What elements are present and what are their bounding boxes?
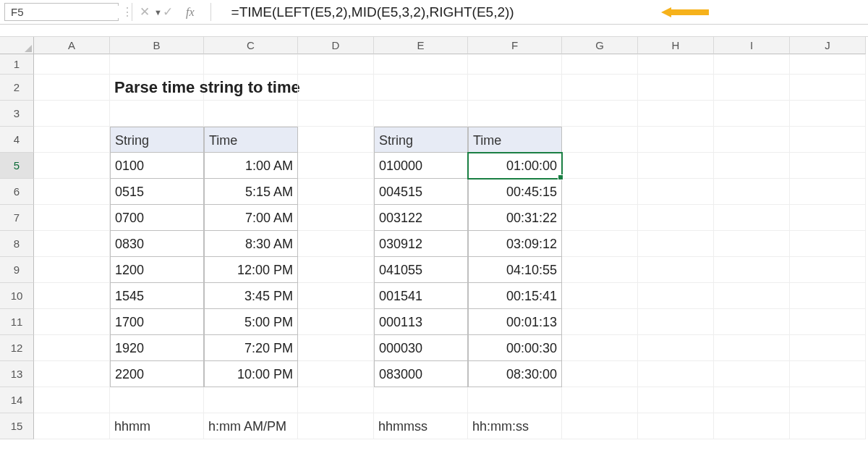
cell-F5[interactable]: 01:00:00 (468, 153, 562, 179)
row-head-4[interactable]: 4 (0, 127, 34, 153)
cell-C7[interactable]: 7:00 AM (204, 205, 298, 231)
cell-H15[interactable] (638, 413, 714, 439)
col-head-B[interactable]: B (110, 37, 204, 54)
cell-E7[interactable]: 003122 (374, 205, 468, 231)
cell-D5[interactable] (298, 153, 374, 179)
cell-I8[interactable] (714, 231, 790, 257)
cell-G8[interactable] (562, 231, 638, 257)
cell-J12[interactable] (790, 335, 866, 361)
cell-I9[interactable] (714, 257, 790, 283)
col-head-J[interactable]: J (790, 37, 866, 54)
cell-C12[interactable]: 7:20 PM (204, 335, 298, 361)
col-head-C[interactable]: C (204, 37, 298, 54)
cell-J4[interactable] (790, 127, 866, 153)
cell-F2[interactable] (468, 75, 562, 101)
cell-B1[interactable] (110, 54, 204, 75)
cell-G7[interactable] (562, 205, 638, 231)
cell-J9[interactable] (790, 257, 866, 283)
cell-H12[interactable] (638, 335, 714, 361)
cell-C2[interactable] (204, 75, 298, 101)
cell-E4[interactable]: String (374, 127, 468, 153)
cell-G2[interactable] (562, 75, 638, 101)
col-head-E[interactable]: E (374, 37, 468, 54)
cell-C10[interactable]: 3:45 PM (204, 283, 298, 309)
row-head-11[interactable]: 11 (0, 309, 34, 335)
col-head-H[interactable]: H (638, 37, 714, 54)
cell-A13[interactable] (34, 361, 110, 387)
cell-D6[interactable] (298, 179, 374, 205)
cancel-icon[interactable]: ✕ (140, 6, 150, 18)
cell-I4[interactable] (714, 127, 790, 153)
row-head-10[interactable]: 10 (0, 283, 34, 309)
cell-E12[interactable]: 000030 (374, 335, 468, 361)
cell-C4[interactable]: Time (204, 127, 298, 153)
row-head-9[interactable]: 9 (0, 257, 34, 283)
cell-C14[interactable] (204, 387, 298, 413)
cell-E9[interactable]: 041055 (374, 257, 468, 283)
cell-H7[interactable] (638, 205, 714, 231)
col-head-A[interactable]: A (34, 37, 110, 54)
cell-C13[interactable]: 10:00 PM (204, 361, 298, 387)
enter-icon[interactable]: ✓ (163, 6, 173, 18)
cell-I1[interactable] (714, 54, 790, 75)
cell-G15[interactable] (562, 413, 638, 439)
cell-A2[interactable] (34, 75, 110, 101)
cell-I11[interactable] (714, 309, 790, 335)
cell-A10[interactable] (34, 283, 110, 309)
col-head-I[interactable]: I (714, 37, 790, 54)
cell-F8[interactable]: 03:09:12 (468, 231, 562, 257)
cell-D2[interactable] (298, 75, 374, 101)
cell-D1[interactable] (298, 54, 374, 75)
cell-A6[interactable] (34, 179, 110, 205)
row-head-8[interactable]: 8 (0, 231, 34, 257)
cell-E11[interactable]: 000113 (374, 309, 468, 335)
cell-C1[interactable] (204, 54, 298, 75)
cell-I13[interactable] (714, 361, 790, 387)
select-all-corner[interactable] (0, 37, 34, 54)
cell-H4[interactable] (638, 127, 714, 153)
cell-D13[interactable] (298, 361, 374, 387)
fx-icon[interactable]: fx (186, 6, 200, 19)
cell-E6[interactable]: 004515 (374, 179, 468, 205)
row-head-6[interactable]: 6 (0, 179, 34, 205)
row-head-1[interactable]: 1 (0, 54, 34, 75)
col-head-D[interactable]: D (298, 37, 374, 54)
cell-C5[interactable]: 1:00 AM (204, 153, 298, 179)
cell-H8[interactable] (638, 231, 714, 257)
cell-I5[interactable] (714, 153, 790, 179)
cell-A8[interactable] (34, 231, 110, 257)
cell-E13[interactable]: 083000 (374, 361, 468, 387)
spreadsheet-grid[interactable]: A B C D E F G H I J 1 2 Parse time strin… (0, 37, 868, 439)
cell-E3[interactable] (374, 101, 468, 127)
cell-F9[interactable]: 04:10:55 (468, 257, 562, 283)
cell-H1[interactable] (638, 54, 714, 75)
cell-F15[interactable]: hh:mm:ss (468, 413, 562, 439)
cell-J1[interactable] (790, 54, 866, 75)
cell-G14[interactable] (562, 387, 638, 413)
cell-F14[interactable] (468, 387, 562, 413)
cell-B5[interactable]: 0100 (110, 153, 204, 179)
cell-E14[interactable] (374, 387, 468, 413)
cell-D10[interactable] (298, 283, 374, 309)
cell-G4[interactable] (562, 127, 638, 153)
cell-F13[interactable]: 08:30:00 (468, 361, 562, 387)
cell-B2-title[interactable]: Parse time string to time (110, 75, 204, 101)
cell-E1[interactable] (374, 54, 468, 75)
cell-I6[interactable] (714, 179, 790, 205)
cell-I3[interactable] (714, 101, 790, 127)
cell-H11[interactable] (638, 309, 714, 335)
col-head-G[interactable]: G (562, 37, 638, 54)
cell-J5[interactable] (790, 153, 866, 179)
row-head-5[interactable]: 5 (0, 153, 34, 179)
cell-I12[interactable] (714, 335, 790, 361)
cell-G3[interactable] (562, 101, 638, 127)
cell-J15[interactable] (790, 413, 866, 439)
cell-A3[interactable] (34, 101, 110, 127)
formula-input[interactable] (211, 0, 868, 24)
cell-J8[interactable] (790, 231, 866, 257)
cell-D3[interactable] (298, 101, 374, 127)
cell-D4[interactable] (298, 127, 374, 153)
cell-D15[interactable] (298, 413, 374, 439)
cell-C11[interactable]: 5:00 PM (204, 309, 298, 335)
cell-D7[interactable] (298, 205, 374, 231)
